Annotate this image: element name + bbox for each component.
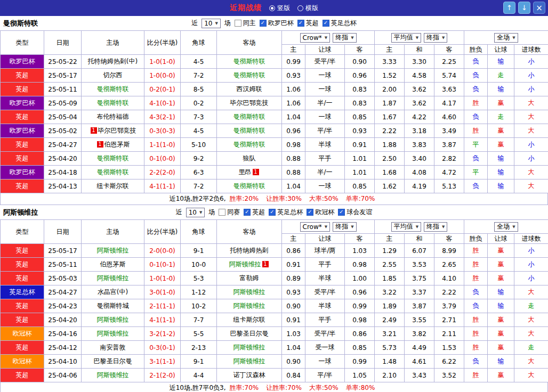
sub-handicap-header: 让球 [488, 234, 514, 244]
games-count-select[interactable]: 10▼ [202, 19, 221, 28]
home-team[interactable]: 阿斯顿维拉 [82, 272, 144, 285]
away-team[interactable]: 曼彻斯特联 [217, 69, 282, 83]
home-team[interactable]: 曼彻斯特联 [82, 96, 144, 110]
team-name: 曼彻斯特联 [0, 19, 38, 28]
away-team[interactable]: 富勒姆 [217, 272, 282, 285]
match-type-badge: 欧罗巴杯 [1, 55, 44, 69]
layout-radio-vertical[interactable]: 竖版 [269, 4, 290, 13]
match-date: 25-04-20 [44, 152, 82, 166]
scope-select[interactable]: 全场▼ [494, 33, 518, 43]
checkbox-unchecked-icon [235, 20, 241, 27]
home-team[interactable]: 布伦特福德 [82, 110, 144, 124]
layout-radio-horizontal[interactable]: 横版 [297, 4, 318, 13]
filter-checkbox-英足总杯[interactable]: 英足总杯 [269, 208, 303, 217]
match-score: 2-0(0-0) [144, 244, 181, 258]
away-team[interactable]: 曼彻斯特联 [217, 124, 282, 138]
filter-checkbox-同赛[interactable]: 同赛 [219, 208, 240, 217]
home-team[interactable]: 曼彻斯特联 [82, 83, 144, 96]
away-team[interactable]: 里昂1 [217, 166, 282, 179]
avg-draw-odds: 3.40 [405, 152, 434, 166]
home-team[interactable]: 阿斯顿维拉 [82, 244, 144, 258]
odds-company-select[interactable]: Crow*▼ [300, 33, 331, 43]
result-handicap: 赢 [488, 272, 514, 285]
home-team[interactable]: 巴黎圣日尔曼 [82, 355, 144, 369]
avg-home-odds: 1.87 [375, 96, 405, 110]
away-team[interactable]: 托特纳姆热刺 [217, 244, 282, 258]
result-handicap: 输 [488, 83, 514, 96]
home-team[interactable]: 曼彻斯特联 [82, 152, 144, 166]
away-team[interactable]: 西汉姆联 [217, 83, 282, 96]
scroll-up-button[interactable]: ↑ [503, 2, 515, 14]
home-team[interactable]: 曼彻斯特联 [82, 166, 144, 179]
filter-checkbox-欧罗巴杯[interactable]: 欧罗巴杯 [260, 19, 294, 28]
final-odds-select-2[interactable]: 终指▼ [424, 222, 447, 232]
home-team[interactable]: 纽卡斯尔联 [82, 179, 144, 193]
home-team[interactable]: 切尔西 [82, 69, 144, 83]
sub-draw-header: 和 [405, 234, 434, 244]
result-goals: 大 [514, 96, 548, 110]
home-team[interactable]: 1伯恩茅斯 [82, 138, 144, 152]
games-count-select[interactable]: 10▼ [186, 208, 205, 217]
away-team[interactable]: 曼彻斯特联 [217, 110, 282, 124]
result-handicap: 输 [488, 179, 514, 193]
away-team[interactable]: 曼彻斯特联 [217, 138, 282, 152]
home-team[interactable]: 托特纳姆热刺(中) [82, 55, 144, 69]
result-wdl: 负 [464, 69, 488, 83]
away-team[interactable]: 曼彻斯特联 [217, 179, 282, 193]
chevron-down-icon: ▼ [442, 225, 445, 229]
close-button[interactable]: × [533, 2, 545, 14]
odds-home: 1.04 [282, 179, 305, 193]
avg-away-odds: 4.10 [434, 272, 464, 285]
away-team[interactable]: 阿斯顿维拉1 [217, 258, 282, 272]
average-select[interactable]: 平均值▼ [391, 222, 421, 232]
filter-checkbox-英足总杯[interactable]: 英足总杯 [323, 19, 357, 28]
home-team[interactable]: 阿斯顿维拉 [82, 313, 144, 327]
result-goals: 走 [514, 341, 548, 355]
home-team[interactable]: 阿斯顿维拉 [82, 369, 144, 382]
home-team[interactable]: 水晶宫(中) [82, 285, 144, 299]
avg-draw-odds: 4.61 [405, 355, 434, 369]
match-score: 2-2(2-0) [144, 166, 181, 179]
result-goals: 走 [514, 299, 548, 313]
scroll-down-button[interactable]: ↓ [518, 2, 530, 14]
filter-checkbox-欧冠杯[interactable]: 欧冠杯 [307, 208, 334, 217]
away-team[interactable]: 曼彻斯特联 [217, 55, 282, 69]
scope-select[interactable]: 全场▼ [494, 222, 518, 232]
average-value: 平均值 [394, 33, 413, 42]
handicap-line: 一球 [305, 110, 345, 124]
away-team[interactable]: 纽卡斯尔联 [217, 313, 282, 327]
filter-checkbox-球会友谊[interactable]: 球会友谊 [338, 208, 372, 217]
filter-checkbox-英超[interactable]: 英超 [244, 208, 265, 217]
away-team[interactable]: 阿斯顿维拉 [217, 299, 282, 313]
home-team[interactable]: 南安普敦 [82, 341, 144, 355]
sub-home-header: 主 [375, 45, 405, 55]
away-team[interactable]: 狼队 [217, 152, 282, 166]
final-odds-select-2[interactable]: 终指▼ [424, 33, 447, 43]
home-team[interactable]: 曼彻斯特城 [82, 299, 144, 313]
home-team[interactable]: 1毕尔巴鄂竞技 [82, 124, 144, 138]
match-type-badge: 英足总杯 [1, 285, 44, 299]
match-date: 25-05-04 [44, 110, 82, 124]
final-odds-select[interactable]: 终指▼ [333, 33, 356, 43]
result-handicap: 输 [488, 55, 514, 69]
home-team[interactable]: 阿斯顿维拉 [82, 327, 144, 341]
corner-score: 10-2 [181, 299, 217, 313]
away-team[interactable]: 巴黎圣日尔曼 [217, 327, 282, 341]
average-select[interactable]: 平均值▼ [391, 33, 421, 43]
away-team[interactable]: 阿斯顿维拉 [217, 285, 282, 299]
filter-checkbox-同主[interactable]: 同主 [235, 19, 256, 28]
home-team[interactable]: 伯恩茅斯 [82, 258, 144, 272]
avg-away-odds: 3.52 [434, 369, 464, 382]
filter-checkbox-英超[interactable]: 英超 [297, 19, 319, 28]
match-date: 25-04-16 [44, 327, 82, 341]
away-team[interactable]: 诺丁汉森林 [217, 369, 282, 382]
away-team[interactable]: 阿斯顿维拉 [217, 355, 282, 369]
away-team[interactable]: 毕尔巴鄂竞技 [217, 96, 282, 110]
match-type-badge: 英超 [1, 69, 44, 83]
final-odds-select[interactable]: 终指▼ [333, 222, 356, 232]
odds-company-select[interactable]: Crow*▼ [300, 222, 331, 232]
odds-away: 0.83 [345, 83, 375, 96]
odds-away: 0.93 [345, 124, 375, 138]
match-date: 25-05-17 [44, 244, 82, 258]
away-team[interactable]: 阿斯顿维拉 [217, 341, 282, 355]
